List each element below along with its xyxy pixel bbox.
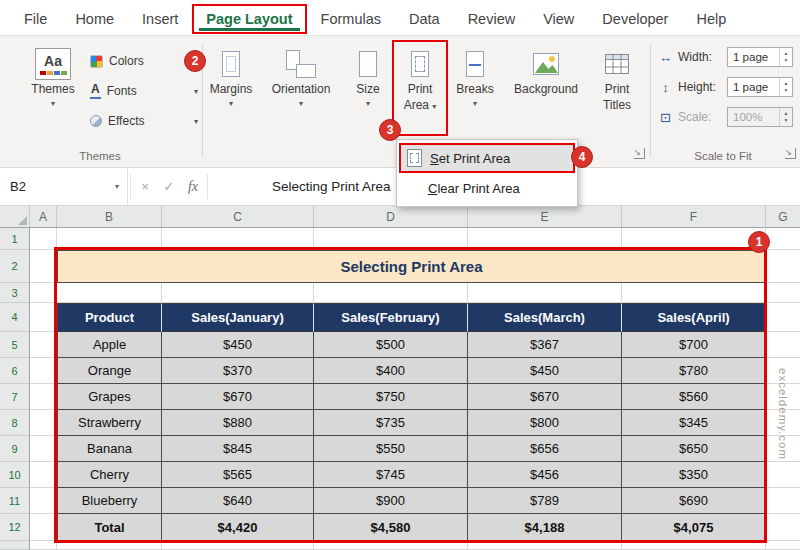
effects-button[interactable]: Effects ▾ (88, 108, 198, 134)
cell[interactable] (30, 462, 57, 488)
cell[interactable] (162, 541, 314, 550)
cell[interactable]: Apple (57, 332, 162, 358)
menu-item-clear-print-area[interactable]: Clear Print Area (399, 173, 575, 203)
row-header[interactable]: 1 (0, 228, 30, 250)
row-header[interactable]: 8 (0, 410, 30, 436)
cell[interactable]: Grapes (57, 384, 162, 410)
tab-developer[interactable]: Developer (588, 4, 682, 34)
cell[interactable] (30, 410, 57, 436)
cell[interactable]: $735 (314, 410, 468, 436)
cell[interactable] (468, 541, 622, 550)
cell[interactable]: $550 (314, 436, 468, 462)
cell-total[interactable]: $4,188 (468, 514, 622, 541)
orientation-button[interactable]: Orientation ▾ (260, 42, 342, 144)
cell[interactable]: $845 (162, 436, 314, 462)
cell[interactable]: $560 (622, 384, 766, 410)
col-header-g[interactable]: G (766, 206, 800, 227)
name-box[interactable]: B2 ▾ (0, 168, 128, 205)
row-header[interactable]: 10 (0, 462, 30, 488)
cell-header[interactable]: Sales(April) (622, 303, 766, 332)
cell[interactable]: $370 (162, 358, 314, 384)
cell[interactable] (622, 283, 766, 303)
cell-header[interactable]: Product (57, 303, 162, 332)
cell-total[interactable]: $4,075 (622, 514, 766, 541)
cell[interactable]: $750 (314, 384, 468, 410)
cell[interactable]: $656 (468, 436, 622, 462)
cell[interactable]: $690 (622, 488, 766, 514)
cell[interactable]: Strawberry (57, 410, 162, 436)
cell[interactable]: $800 (468, 410, 622, 436)
cell-title[interactable]: Selecting Print Area (57, 250, 766, 283)
tab-formulas[interactable]: Formulas (307, 4, 395, 34)
tab-view[interactable]: View (529, 4, 588, 34)
cell[interactable] (766, 283, 800, 303)
cancel-icon[interactable]: × (133, 168, 157, 205)
spinner-arrows-icon[interactable]: ▲▼ (779, 48, 792, 66)
cell-header[interactable]: Sales(February) (314, 303, 468, 332)
row-header[interactable]: 3 (0, 283, 30, 303)
enter-icon[interactable]: ✓ (157, 168, 181, 205)
tab-file[interactable]: File (10, 4, 61, 34)
width-input[interactable]: 1 page ▲▼ (727, 47, 793, 67)
cell[interactable] (622, 541, 766, 550)
cell[interactable]: $880 (162, 410, 314, 436)
cell[interactable]: $640 (162, 488, 314, 514)
cell[interactable]: $700 (622, 332, 766, 358)
tab-help[interactable]: Help (682, 4, 740, 34)
cell[interactable]: $780 (622, 358, 766, 384)
cell[interactable]: $350 (622, 462, 766, 488)
cell[interactable]: $789 (468, 488, 622, 514)
cell[interactable] (30, 332, 57, 358)
row-header[interactable]: 7 (0, 384, 30, 410)
col-header-b[interactable]: B (57, 206, 162, 227)
cell[interactable] (30, 303, 57, 332)
cell[interactable] (57, 541, 162, 550)
cell[interactable] (622, 228, 766, 250)
cell-header[interactable]: Sales(March) (468, 303, 622, 332)
cell[interactable] (766, 250, 800, 283)
col-header-a[interactable]: A (30, 206, 57, 227)
cell-total[interactable]: $4,420 (162, 514, 314, 541)
cell[interactable]: Blueberry (57, 488, 162, 514)
cell[interactable] (30, 228, 57, 250)
cell[interactable]: $650 (622, 436, 766, 462)
cell-total[interactable]: $4,580 (314, 514, 468, 541)
scale-input[interactable]: 100% ▲▼ (727, 107, 793, 127)
cell[interactable] (468, 228, 622, 250)
insert-function-icon[interactable]: fx (181, 168, 205, 205)
tab-review[interactable]: Review (454, 4, 530, 34)
cell[interactable]: Orange (57, 358, 162, 384)
menu-item-set-print-area[interactable]: Set Print Area (399, 143, 575, 173)
height-input[interactable]: 1 page ▲▼ (727, 77, 793, 97)
cell[interactable] (314, 228, 468, 250)
cell[interactable]: $345 (622, 410, 766, 436)
cell[interactable] (468, 283, 622, 303)
row-header[interactable]: 5 (0, 332, 30, 358)
row-header[interactable]: 11 (0, 488, 30, 514)
cell[interactable] (57, 228, 162, 250)
background-button[interactable]: Background (504, 42, 588, 144)
cell[interactable]: $565 (162, 462, 314, 488)
cell-total[interactable]: Total (57, 514, 162, 541)
spinner-arrows-icon[interactable]: ▲▼ (779, 78, 792, 96)
row-header[interactable]: 4 (0, 303, 30, 332)
col-header-d[interactable]: D (314, 206, 468, 227)
col-header-f[interactable]: F (622, 206, 766, 227)
cell[interactable]: $500 (314, 332, 468, 358)
cell[interactable] (766, 462, 800, 488)
cell[interactable] (30, 358, 57, 384)
margins-button[interactable]: Margins ▾ (206, 42, 256, 144)
themes-button[interactable]: Aa Themes ▾ (24, 42, 82, 144)
breaks-button[interactable]: Breaks ▾ (450, 42, 500, 144)
cell[interactable]: $670 (162, 384, 314, 410)
cell[interactable] (766, 303, 800, 332)
cell[interactable]: Cherry (57, 462, 162, 488)
cell[interactable] (30, 436, 57, 462)
cell[interactable] (30, 488, 57, 514)
cell[interactable]: $745 (314, 462, 468, 488)
row-header[interactable]: 12 (0, 514, 30, 541)
tab-data[interactable]: Data (395, 4, 454, 34)
cell[interactable] (57, 283, 162, 303)
cell[interactable] (30, 283, 57, 303)
tab-page-layout[interactable]: Page Layout (192, 4, 306, 34)
